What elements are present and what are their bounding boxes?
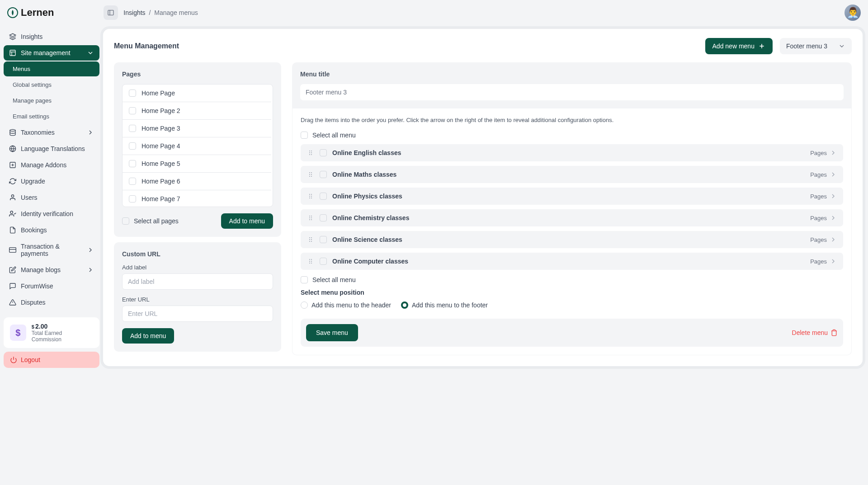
power-icon (10, 356, 17, 363)
select-all-pages[interactable]: Select all pages (122, 217, 179, 225)
page-row[interactable]: Home Page (123, 85, 271, 102)
menu-item-type[interactable]: Pages (810, 236, 837, 243)
sidebar-toggle-button[interactable] (104, 5, 118, 20)
chevron-down-icon (838, 42, 845, 50)
menu-item[interactable]: Online Maths classes Pages (301, 166, 843, 183)
delete-menu-link[interactable]: Delete menu (792, 329, 838, 336)
checkbox[interactable] (129, 125, 136, 132)
drag-handle-icon[interactable] (307, 149, 314, 156)
nav-disputes[interactable]: Disputes (4, 295, 99, 310)
drag-handle-icon[interactable] (307, 214, 314, 221)
nav-language[interactable]: Language Translations (4, 141, 99, 156)
checkbox[interactable] (122, 217, 129, 225)
logout-button[interactable]: Logout (4, 352, 99, 368)
svg-point-36 (309, 196, 310, 197)
checkbox[interactable] (320, 236, 327, 243)
menu-item-label: Online Computer classes (332, 258, 408, 265)
menu-title-input[interactable] (300, 84, 844, 100)
page-row[interactable]: Home Page 5 (123, 155, 271, 173)
nav-bookings[interactable]: Bookings (4, 222, 99, 238)
menu-item-type[interactable]: Pages (810, 171, 837, 178)
menu-position-title: Select menu position (301, 289, 843, 296)
menu-item-type[interactable]: Pages (810, 149, 837, 156)
page-row[interactable]: Home Page 2 (123, 102, 271, 120)
svg-point-35 (311, 194, 312, 195)
svg-point-37 (311, 196, 312, 197)
checkbox[interactable] (320, 171, 327, 178)
checkbox[interactable] (129, 142, 136, 150)
svg-point-41 (311, 216, 312, 217)
menu-item-label: Online Science classes (332, 236, 402, 243)
select-all-menu-bottom[interactable]: Select all menu (301, 276, 843, 283)
checkbox[interactable] (301, 276, 308, 283)
nav-users[interactable]: Users (4, 190, 99, 205)
add-new-menu-button[interactable]: Add new menu (705, 38, 773, 54)
menu-item[interactable]: Online Physics classes Pages (301, 188, 843, 205)
leaf-icon (7, 7, 18, 18)
nav-transactions[interactable]: Transaction & payments (4, 239, 99, 261)
checkbox[interactable] (320, 214, 327, 221)
nav-global-settings[interactable]: Global settings (4, 77, 99, 92)
nav-manage-pages[interactable]: Manage pages (4, 93, 99, 108)
svg-point-24 (309, 152, 310, 153)
checkbox[interactable] (129, 107, 136, 114)
page-row[interactable]: Home Page 7 (123, 190, 271, 207)
checkbox[interactable] (320, 149, 327, 156)
nav-email-settings[interactable]: Email settings (4, 109, 99, 124)
nav-addons[interactable]: Manage Addons (4, 157, 99, 173)
enter-url-input[interactable] (122, 306, 273, 322)
page-row[interactable]: Home Page 3 (123, 120, 271, 137)
checkbox[interactable] (301, 132, 308, 139)
page-title: Menu Management (114, 42, 179, 50)
nav-taxonomies[interactable]: Taxonomies (4, 125, 99, 140)
checkbox[interactable] (129, 160, 136, 167)
drag-handle-icon[interactable] (307, 193, 314, 200)
checkbox[interactable] (129, 195, 136, 202)
menu-item-type[interactable]: Pages (810, 258, 837, 265)
layout-icon (9, 49, 16, 57)
pages-panel: Pages Home Page Home Page 2 Home Page 3 … (114, 62, 281, 237)
svg-point-14 (10, 211, 13, 213)
menu-item-type[interactable]: Pages (810, 193, 837, 200)
svg-point-13 (11, 195, 14, 197)
checkbox[interactable] (129, 89, 136, 97)
radio-header[interactable]: Add this menu to the header (301, 301, 391, 309)
user-avatar[interactable]: 👨‍💼 (844, 5, 861, 21)
svg-point-32 (309, 176, 310, 177)
menu-selector-dropdown[interactable]: Footer menu 3 (780, 38, 852, 54)
drag-handle-icon[interactable] (307, 171, 314, 178)
commission-label: Total Earned Commission (32, 330, 93, 343)
nav-insights[interactable]: Insights (4, 29, 99, 44)
nav-blogs[interactable]: Manage blogs (4, 262, 99, 278)
nav-menus[interactable]: Menus (4, 61, 99, 76)
menu-item[interactable]: Online Computer classes Pages (301, 253, 843, 270)
add-custom-to-menu-button[interactable]: Add to menu (122, 328, 174, 344)
pages-list[interactable]: Home Page Home Page 2 Home Page 3 Home P… (122, 84, 273, 207)
nav-upgrade[interactable]: Upgrade (4, 174, 99, 189)
select-all-menu-top[interactable]: Select all menu (301, 132, 843, 139)
radio-footer[interactable]: Add this menu to the footer (401, 301, 488, 309)
drag-handle-icon[interactable] (307, 236, 314, 243)
save-menu-button[interactable]: Save menu (306, 324, 358, 341)
nav-identity[interactable]: Identity verification (4, 206, 99, 221)
nav-forumwise[interactable]: ForumWise (4, 278, 99, 294)
page-row[interactable]: Home Page 6 (123, 173, 271, 190)
user-check-icon (9, 210, 16, 217)
add-pages-to-menu-button[interactable]: Add to menu (221, 213, 273, 229)
menu-title-block: Menu title (292, 62, 852, 108)
menu-item[interactable]: Online English classes Pages (301, 144, 843, 161)
menu-item-type[interactable]: Pages (810, 214, 837, 221)
checkbox[interactable] (320, 193, 327, 200)
breadcrumb-root[interactable]: Insights (123, 9, 145, 16)
menu-help-text: Drag the items into the order you prefer… (301, 117, 843, 123)
radio-icon (401, 301, 408, 309)
checkbox[interactable] (129, 178, 136, 185)
page-row[interactable]: Home Page 4 (123, 137, 271, 155)
menu-item[interactable]: Online Chemistry classes Pages (301, 209, 843, 226)
menu-item[interactable]: Online Science classes Pages (301, 231, 843, 248)
drag-handle-icon[interactable] (307, 258, 314, 265)
svg-point-40 (309, 216, 310, 217)
nav-site-management[interactable]: Site management (4, 45, 99, 61)
add-label-input[interactable] (122, 273, 273, 290)
checkbox[interactable] (320, 258, 327, 265)
